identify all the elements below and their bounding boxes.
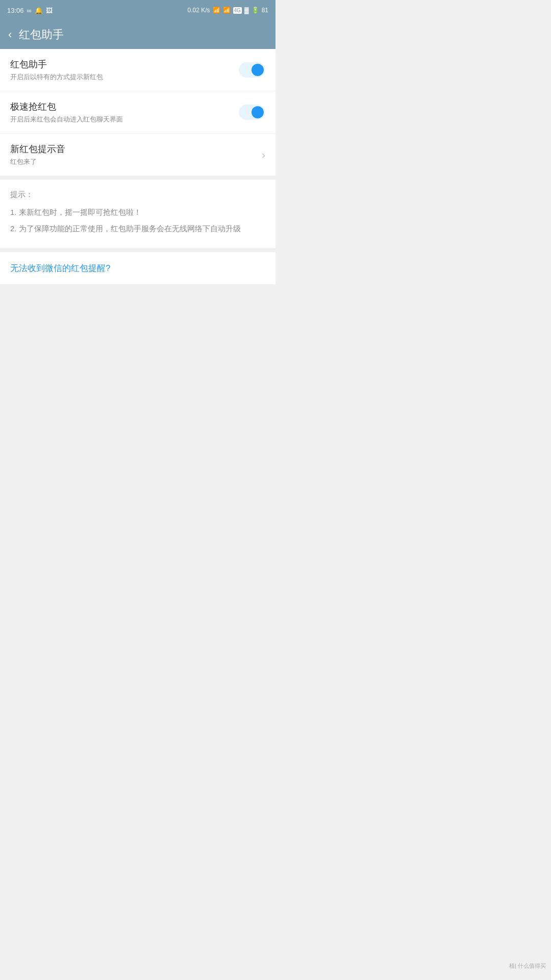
tips-label: 提示： [10, 190, 265, 200]
status-left: 13:06 ∞ 🔔 🖼 [7, 7, 53, 14]
setting-group-2: 极速抢红包 开启后来红包会自动进入红包聊天界面 [0, 91, 276, 133]
image-icon: 🖼 [46, 7, 53, 14]
settings-content: 红包助手 开启后以特有的方式提示新红包 极速抢红包 开启后来红包会自动进入红包聊… [0, 49, 276, 305]
back-button[interactable]: ‹ [8, 29, 12, 40]
tips-section: 提示： 1. 来新红包时，摇一摇即可抢红包啦！ 2. 为了保障功能的正常使用，红… [0, 180, 276, 248]
notification-icon: 🔔 [35, 7, 43, 14]
status-time: 13:06 [7, 7, 24, 14]
item-title-2: 极速抢红包 [10, 101, 239, 113]
network-speed: 0.02 K/s [188, 7, 210, 14]
toggle-knob-1 [252, 64, 264, 76]
infinity-icon: ∞ [27, 7, 32, 14]
battery-icon: 🔋 [252, 7, 259, 14]
title-bar: ‹ 红包助手 [0, 20, 276, 49]
tip-1: 1. 来新红包时，摇一摇即可抢红包啦！ [10, 206, 265, 219]
toggle-hongbao-assistant[interactable] [239, 62, 265, 78]
setting-group-3: 新红包提示音 红包来了 › [0, 134, 276, 176]
page-title: 红包助手 [19, 27, 64, 42]
status-right: 0.02 K/s 📶 📶 4G ▓ 🔋 81 [188, 7, 269, 14]
toggle-fast-grab[interactable] [239, 105, 265, 120]
help-link[interactable]: 无法收到微信的红包提醒? [10, 263, 110, 273]
tip-2: 2. 为了保障功能的正常使用，红包助手服务会在无线网络下自动升级 [10, 222, 265, 235]
status-bar: 13:06 ∞ 🔔 🖼 0.02 K/s 📶 📶 4G ▓ 🔋 81 [0, 0, 276, 20]
item-title-1: 红包助手 [10, 58, 239, 70]
setting-item-notification-sound[interactable]: 新红包提示音 红包来了 › [0, 134, 276, 176]
toggle-knob-2 [252, 106, 264, 118]
item-subtitle-2: 开启后来红包会自动进入红包聊天界面 [10, 115, 239, 124]
item-subtitle-1: 开启后以特有的方式提示新红包 [10, 72, 239, 82]
battery-level: 81 [262, 7, 268, 14]
signal-icon: 📶 [223, 7, 231, 14]
setting-group-1: 红包助手 开启后以特有的方式提示新红包 [0, 49, 276, 91]
setting-item-hongbao-assistant[interactable]: 红包助手 开启后以特有的方式提示新红包 [0, 49, 276, 91]
item-subtitle-3: 红包来了 [10, 157, 262, 166]
setting-item-fast-grab[interactable]: 极速抢红包 开启后来红包会自动进入红包聊天界面 [0, 91, 276, 133]
wifi-icon: 📶 [213, 7, 220, 14]
signal-icon-2: ▓ [244, 7, 249, 14]
chevron-right-icon: › [262, 149, 265, 161]
item-title-3: 新红包提示音 [10, 143, 262, 155]
4g-icon: 4G [233, 7, 242, 14]
help-link-section: 无法收到微信的红包提醒? [0, 252, 276, 284]
